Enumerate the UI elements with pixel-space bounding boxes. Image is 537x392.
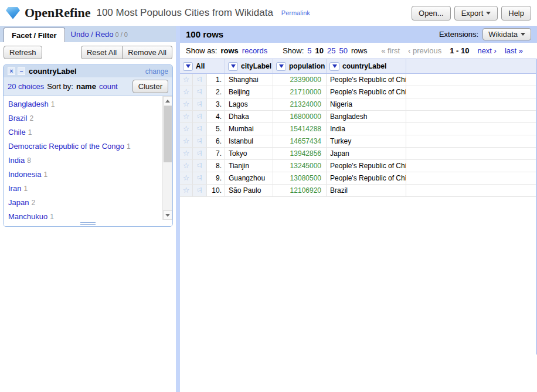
cell-population[interactable]: 16800000 — [273, 111, 327, 122]
permalink-link[interactable]: Permalink — [281, 9, 310, 16]
cell-population[interactable]: 12106920 — [273, 185, 327, 196]
facet-choice-link[interactable]: India — [8, 156, 25, 165]
cell-population[interactable]: 15414288 — [273, 123, 327, 135]
flag-icon[interactable]: ⚐ — [193, 123, 207, 135]
cell-countrylabel[interactable]: People's Republic of China — [327, 172, 406, 184]
export-button[interactable]: Export — [454, 6, 498, 21]
table-row: ☆ ⚐ 3. Lagos 21324000 Nigeria — [180, 98, 537, 111]
star-icon[interactable]: ☆ — [180, 135, 193, 147]
column-menu-icon[interactable] — [228, 62, 238, 71]
cell-countrylabel[interactable]: People's Republic of China — [327, 86, 406, 98]
sort-by-count[interactable]: count — [99, 82, 118, 91]
flag-icon[interactable]: ⚐ — [193, 111, 207, 122]
facet-choice-link[interactable]: Japan — [8, 198, 29, 207]
scroll-down-icon[interactable] — [163, 210, 172, 220]
star-icon[interactable]: ☆ — [180, 111, 193, 122]
star-icon[interactable]: ☆ — [180, 172, 193, 184]
cell-citylabel[interactable]: Mumbai — [225, 123, 273, 135]
remove-all-button[interactable]: Remove All — [123, 46, 172, 59]
page-size-5[interactable]: 5 — [307, 46, 311, 55]
star-icon[interactable]: ☆ — [180, 148, 193, 159]
cell-population[interactable]: 13080500 — [273, 172, 327, 184]
facet-choice-link[interactable]: Indonesia — [8, 170, 41, 179]
close-icon[interactable]: × — [8, 67, 15, 75]
page-size-10[interactable]: 10 — [315, 46, 324, 55]
reset-all-button[interactable]: Reset All — [81, 46, 123, 59]
cell-countrylabel[interactable]: People's Republic of China — [327, 74, 406, 86]
previous-page-link[interactable]: ‹ previous — [408, 46, 441, 55]
star-icon[interactable]: ☆ — [180, 123, 193, 135]
flag-icon[interactable]: ⚐ — [193, 135, 207, 147]
page-size-25[interactable]: 25 — [327, 46, 335, 55]
cell-population[interactable]: 13942856 — [273, 148, 327, 159]
tab-facet-filter[interactable]: Facet / Filter — [4, 28, 65, 42]
cell-citylabel[interactable]: Tokyo — [225, 148, 273, 159]
facet-resize-handle[interactable] — [80, 222, 96, 225]
flag-icon[interactable]: ⚐ — [193, 86, 207, 98]
flag-icon[interactable]: ⚐ — [193, 160, 207, 172]
panel-divider[interactable] — [176, 26, 180, 392]
extensions-area: Extensions: Wikidata — [439, 28, 531, 40]
cell-countrylabel[interactable]: People's Republic of China — [327, 160, 406, 172]
facet-choices-count-link[interactable]: 20 choices — [8, 82, 44, 91]
cell-citylabel[interactable]: Dhaka — [225, 111, 273, 122]
flag-icon[interactable]: ⚐ — [193, 172, 207, 184]
cell-countrylabel[interactable]: Turkey — [327, 135, 406, 147]
flag-icon[interactable]: ⚐ — [193, 185, 207, 196]
cell-citylabel[interactable]: Shanghai — [225, 74, 273, 86]
cell-citylabel[interactable]: Beijing — [225, 86, 273, 98]
cell-countrylabel[interactable]: Bangladesh — [327, 111, 406, 122]
cell-countrylabel[interactable]: India — [327, 123, 406, 135]
facet-choice-link[interactable]: Bangladesh — [8, 100, 49, 108]
facet-scrollbar[interactable] — [162, 96, 172, 220]
cluster-button[interactable]: Cluster — [132, 80, 168, 93]
flag-icon[interactable]: ⚐ — [193, 98, 207, 110]
facet-choice-link[interactable]: Chile — [8, 128, 26, 137]
cell-population[interactable]: 23390000 — [273, 74, 327, 86]
cell-population[interactable]: 13245000 — [273, 160, 327, 172]
star-icon[interactable]: ☆ — [180, 86, 193, 98]
open-button[interactable]: Open... — [412, 6, 451, 21]
cell-citylabel[interactable]: Tianjin — [225, 160, 273, 172]
minimize-icon[interactable]: – — [18, 67, 25, 75]
refresh-button[interactable]: Refresh — [4, 46, 42, 59]
flag-icon[interactable]: ⚐ — [193, 74, 207, 86]
help-button[interactable]: Help — [501, 6, 531, 21]
cell-citylabel[interactable]: Guangzhou — [225, 172, 273, 184]
star-icon[interactable]: ☆ — [180, 98, 193, 110]
sort-by-name[interactable]: name — [76, 82, 96, 91]
scroll-up-icon[interactable] — [163, 96, 172, 105]
facet-change-link[interactable]: change — [145, 67, 168, 76]
facet-choice-link[interactable]: Democratic Republic of the Congo — [8, 142, 124, 151]
tab-undo-redo[interactable]: Undo / Redo0 / 0 — [65, 27, 134, 42]
column-menu-icon[interactable] — [329, 62, 339, 71]
scrollbar-thumb[interactable] — [164, 106, 172, 162]
cell-population[interactable]: 21324000 — [273, 98, 327, 110]
column-menu-icon[interactable] — [276, 62, 286, 71]
star-icon[interactable]: ☆ — [180, 74, 193, 86]
data-table: All cityLabel population countryLabel ☆ … — [180, 59, 537, 197]
show-as-rows[interactable]: rows — [220, 46, 238, 55]
facet-choice-link[interactable]: Nigeria — [8, 226, 32, 227]
cell-population[interactable]: 21710000 — [273, 86, 327, 98]
cell-population[interactable]: 14657434 — [273, 135, 327, 147]
first-page-link[interactable]: « first — [381, 46, 400, 55]
last-page-link[interactable]: last » — [505, 46, 523, 55]
facet-choice: Iran1 — [8, 183, 155, 194]
wikidata-extension-button[interactable]: Wikidata — [482, 28, 531, 40]
star-icon[interactable]: ☆ — [180, 160, 193, 172]
facet-choice-link[interactable]: Brazil — [8, 114, 28, 122]
cell-citylabel[interactable]: Istanbul — [225, 135, 273, 147]
cell-citylabel[interactable]: Lagos — [225, 98, 273, 110]
cell-countrylabel[interactable]: Japan — [327, 148, 406, 159]
page-size-50[interactable]: 50 — [339, 46, 348, 55]
column-menu-icon[interactable] — [183, 62, 193, 71]
star-icon[interactable]: ☆ — [180, 185, 193, 196]
cell-countrylabel[interactable]: Nigeria — [327, 98, 406, 110]
facet-choice-link[interactable]: Iran — [8, 184, 21, 193]
cell-countrylabel[interactable]: Brazil — [327, 185, 406, 196]
next-page-link[interactable]: next › — [477, 46, 497, 55]
show-as-records[interactable]: records — [242, 46, 267, 55]
cell-citylabel[interactable]: São Paulo — [225, 185, 273, 196]
flag-icon[interactable]: ⚐ — [193, 148, 207, 159]
